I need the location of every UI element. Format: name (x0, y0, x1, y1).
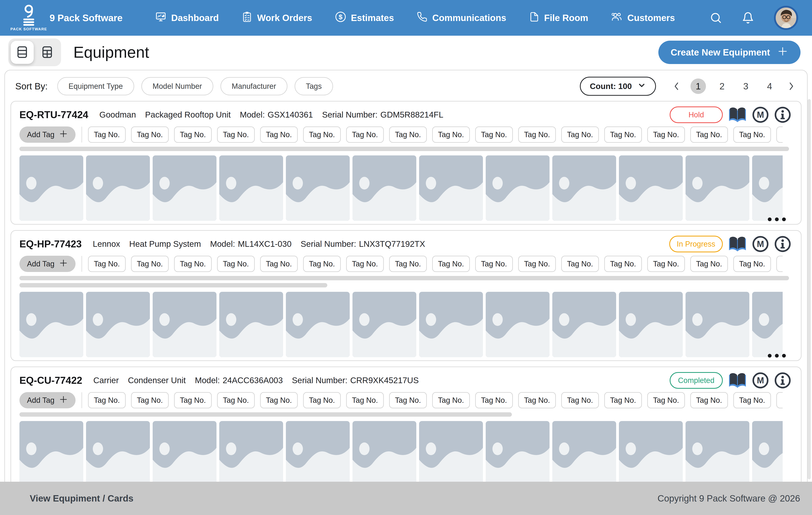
tag-button[interactable]: Tag No. (174, 256, 212, 272)
photo-placeholder[interactable] (619, 292, 683, 357)
more-tags-icon[interactable] (776, 392, 783, 408)
tag-button[interactable]: Tag No. (88, 126, 126, 143)
tag-button[interactable]: Tag No. (260, 256, 298, 272)
tag-button[interactable]: Tag No. (604, 126, 642, 143)
filter-chip-manufacturer[interactable]: Manufacturer (221, 77, 287, 95)
tag-button[interactable]: Tag No. (88, 256, 126, 272)
photo-placeholder[interactable] (419, 421, 483, 486)
tag-button[interactable]: Tag No. (346, 126, 384, 143)
tag-button[interactable]: Tag No. (690, 392, 728, 408)
photo-placeholder[interactable] (20, 292, 83, 357)
tag-button[interactable]: Tag No. (260, 126, 298, 143)
next-page-icon[interactable] (786, 81, 797, 91)
count-dropdown[interactable]: Count: 100 (580, 77, 656, 96)
previous-page-icon[interactable] (671, 81, 682, 91)
photo-placeholder[interactable] (86, 292, 150, 357)
tag-button[interactable]: Tag No. (518, 126, 556, 143)
tag-button[interactable]: Tag No. (174, 126, 212, 143)
tag-button[interactable]: Tag No. (432, 392, 470, 408)
status-badge[interactable]: Completed (670, 372, 723, 389)
status-badge[interactable]: In Progress (669, 236, 723, 252)
notifications-bell-icon[interactable] (742, 12, 754, 24)
user-avatar[interactable] (774, 6, 798, 30)
photo-placeholder[interactable] (286, 155, 350, 221)
cards-view-toggle[interactable] (11, 41, 34, 64)
photo-placeholder[interactable] (20, 155, 83, 221)
photo-placeholder[interactable] (153, 155, 216, 221)
table-view-toggle[interactable] (36, 41, 59, 64)
tag-button[interactable]: Tag No. (303, 256, 341, 272)
tag-button[interactable]: Tag No. (561, 256, 599, 272)
photo-placeholder[interactable] (619, 421, 683, 486)
photo-placeholder[interactable] (752, 421, 783, 486)
more-photos-icon[interactable] (768, 218, 786, 221)
tag-button[interactable]: Tag No. (217, 126, 255, 143)
photo-placeholder[interactable] (552, 155, 616, 221)
tag-button[interactable]: Tag No. (346, 256, 384, 272)
more-tags-icon[interactable] (776, 256, 783, 272)
maintenance-icon[interactable]: M (752, 236, 769, 252)
maintenance-icon[interactable]: M (752, 372, 769, 389)
photo-placeholder[interactable] (219, 421, 283, 486)
tag-button[interactable]: Tag No. (432, 256, 470, 272)
nav-item-communications[interactable]: Communications (417, 11, 506, 24)
photo-placeholder[interactable] (752, 155, 783, 221)
more-photos-icon[interactable] (768, 354, 786, 357)
horizontal-scrollbar[interactable] (20, 283, 327, 287)
tag-button[interactable]: Tag No. (389, 126, 427, 143)
add-tag-button[interactable]: Add Tag (20, 126, 76, 143)
photo-placeholder[interactable] (20, 421, 83, 486)
tag-button[interactable]: Tag No. (88, 392, 126, 408)
tag-button[interactable]: Tag No. (217, 392, 255, 408)
photo-placeholder[interactable] (686, 292, 749, 357)
filter-chip-equipment-type[interactable]: Equipment Type (57, 77, 134, 95)
tag-button[interactable]: Tag No. (174, 392, 212, 408)
add-tag-button[interactable]: Add Tag (20, 392, 76, 408)
photo-placeholder[interactable] (686, 155, 749, 221)
photo-placeholder[interactable] (486, 155, 550, 221)
tag-button[interactable]: Tag No. (303, 126, 341, 143)
tag-button[interactable]: Tag No. (604, 256, 642, 272)
info-icon[interactable] (774, 107, 791, 123)
photo-placeholder[interactable] (86, 155, 150, 221)
tag-button[interactable]: Tag No. (131, 256, 169, 272)
tag-button[interactable]: Tag No. (690, 256, 728, 272)
tag-button[interactable]: Tag No. (690, 126, 728, 143)
horizontal-scrollbar[interactable] (20, 412, 512, 417)
book-icon[interactable] (728, 372, 747, 389)
tag-button[interactable]: Tag No. (647, 126, 685, 143)
filter-chip-model-number[interactable]: Model Number (141, 77, 213, 95)
nav-item-dashboard[interactable]: Dashboard (155, 11, 219, 25)
tag-button[interactable]: Tag No. (733, 126, 771, 143)
tag-button[interactable]: Tag No. (561, 392, 599, 408)
create-new-equipment-button[interactable]: Create New Equipment (658, 40, 801, 64)
search-icon[interactable] (710, 12, 722, 24)
photo-placeholder[interactable] (352, 421, 416, 486)
tag-button[interactable]: Tag No. (733, 256, 771, 272)
tag-button[interactable]: Tag No. (475, 126, 513, 143)
photo-placeholder[interactable] (352, 292, 416, 357)
vertical-scrollbar[interactable] (808, 99, 811, 479)
photo-placeholder[interactable] (286, 292, 350, 357)
photo-placeholder[interactable] (486, 292, 550, 357)
tag-button[interactable]: Tag No. (131, 392, 169, 408)
photo-placeholder[interactable] (619, 155, 683, 221)
page-button-4[interactable]: 4 (762, 79, 777, 94)
brand[interactable]: PACK SOFTWARE 9 Pack Software (14, 4, 122, 31)
tag-button[interactable]: Tag No. (389, 256, 427, 272)
photo-placeholder[interactable] (286, 421, 350, 486)
nav-item-work-orders[interactable]: Work Orders (242, 11, 312, 25)
photo-placeholder[interactable] (153, 421, 216, 486)
book-icon[interactable] (728, 236, 747, 252)
book-icon[interactable] (728, 107, 747, 123)
status-badge[interactable]: Hold (670, 107, 723, 123)
tag-button[interactable]: Tag No. (432, 126, 470, 143)
tag-button[interactable]: Tag No. (303, 392, 341, 408)
tag-button[interactable]: Tag No. (518, 392, 556, 408)
tag-button[interactable]: Tag No. (346, 392, 384, 408)
maintenance-icon[interactable]: M (752, 107, 769, 123)
more-tags-icon[interactable] (776, 126, 783, 143)
horizontal-scrollbar[interactable] (20, 147, 789, 151)
tag-button[interactable]: Tag No. (475, 256, 513, 272)
tag-button[interactable]: Tag No. (389, 392, 427, 408)
